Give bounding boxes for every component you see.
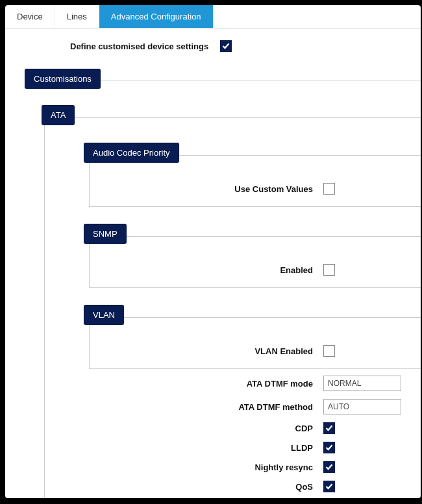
nightly-resync-label: Nightly resync bbox=[196, 462, 313, 472]
vlan-frame: VLAN Enabled bbox=[89, 317, 421, 369]
use-custom-values-checkbox[interactable] bbox=[323, 183, 335, 195]
tab-bar: Device Lines Advanced Configuration bbox=[5, 5, 421, 29]
dtmf-mode-label: ATA DTMF mode bbox=[196, 379, 313, 389]
define-label: Define customised device settings bbox=[70, 42, 208, 51]
qos-label: QoS bbox=[196, 482, 313, 492]
ata-frame: Audio Codec Priority Use Custom Values S… bbox=[44, 117, 421, 498]
cdp-checkbox[interactable] bbox=[323, 422, 335, 434]
lldp-checkbox[interactable] bbox=[323, 442, 335, 453]
cdp-row: CDP bbox=[45, 418, 421, 438]
snmp-enabled-row: Enabled bbox=[90, 260, 421, 280]
check-icon bbox=[325, 463, 333, 471]
lldp-row: LLDP bbox=[45, 438, 421, 457]
vlan-enabled-row: VLAN Enabled bbox=[90, 341, 421, 361]
tab-lines[interactable]: Lines bbox=[55, 5, 99, 28]
use-custom-values-row: Use Custom Values bbox=[90, 179, 421, 198]
cdp-label: CDP bbox=[196, 424, 313, 433]
ata-pill[interactable]: ATA bbox=[42, 105, 75, 125]
dtmf-method-row: ATA DTMF method bbox=[45, 395, 421, 418]
dtmf-method-label: ATA DTMF method bbox=[196, 402, 313, 412]
vlan-group: VLAN VLAN Enabled bbox=[84, 297, 421, 369]
vlan-enabled-checkbox[interactable] bbox=[323, 345, 335, 357]
customisations-pill[interactable]: Customisations bbox=[25, 69, 101, 89]
lldp-label: LLDP bbox=[196, 443, 313, 453]
nightly-resync-row: Nightly resync bbox=[45, 457, 421, 477]
snmp-group: SNMP Enabled bbox=[84, 216, 421, 288]
use-custom-values-label: Use Custom Values bbox=[196, 184, 313, 194]
tab-device[interactable]: Device bbox=[5, 5, 55, 28]
panel-body: Define customised device settings Custom… bbox=[5, 29, 421, 498]
ata-group: ATA Audio Codec Priority Use Custom Valu… bbox=[31, 97, 421, 498]
dtmf-mode-row: ATA DTMF mode bbox=[45, 372, 421, 395]
check-icon bbox=[222, 42, 230, 50]
snmp-enabled-checkbox[interactable] bbox=[323, 264, 335, 276]
vlan-pill[interactable]: VLAN bbox=[84, 305, 124, 325]
check-icon bbox=[325, 424, 333, 432]
check-icon bbox=[325, 444, 333, 451]
nightly-resync-checkbox[interactable] bbox=[323, 461, 335, 473]
qos-checkbox[interactable] bbox=[323, 481, 335, 492]
audio-codec-pill[interactable]: Audio Codec Priority bbox=[84, 143, 179, 163]
define-row: Define customised device settings bbox=[70, 35, 421, 57]
audio-codec-frame: Use Custom Values bbox=[89, 155, 421, 207]
check-icon bbox=[325, 483, 333, 490]
vlan-enabled-label: VLAN Enabled bbox=[196, 346, 313, 356]
snmp-enabled-label: Enabled bbox=[196, 265, 313, 275]
ata-settings-rows: ATA DTMF mode ATA DTMF method bbox=[45, 372, 421, 498]
snmp-pill[interactable]: SNMP bbox=[84, 224, 127, 244]
customisations-group: Customisations ATA Audio Codec Priority bbox=[5, 60, 421, 498]
customisations-frame: ATA Audio Codec Priority Use Custom Valu… bbox=[31, 80, 421, 498]
dtmf-mode-select[interactable] bbox=[323, 376, 401, 391]
snmp-frame: Enabled bbox=[89, 236, 421, 288]
tab-advanced-configuration[interactable]: Advanced Configuration bbox=[99, 5, 214, 28]
define-checkbox[interactable] bbox=[220, 40, 232, 52]
audio-codec-group: Audio Codec Priority Use Custom Values bbox=[84, 135, 421, 207]
web-access-row: Web access bbox=[45, 496, 421, 498]
dtmf-method-select[interactable] bbox=[323, 399, 401, 414]
qos-row: QoS bbox=[45, 477, 421, 496]
config-panel: Device Lines Advanced Configuration Defi… bbox=[5, 5, 421, 498]
